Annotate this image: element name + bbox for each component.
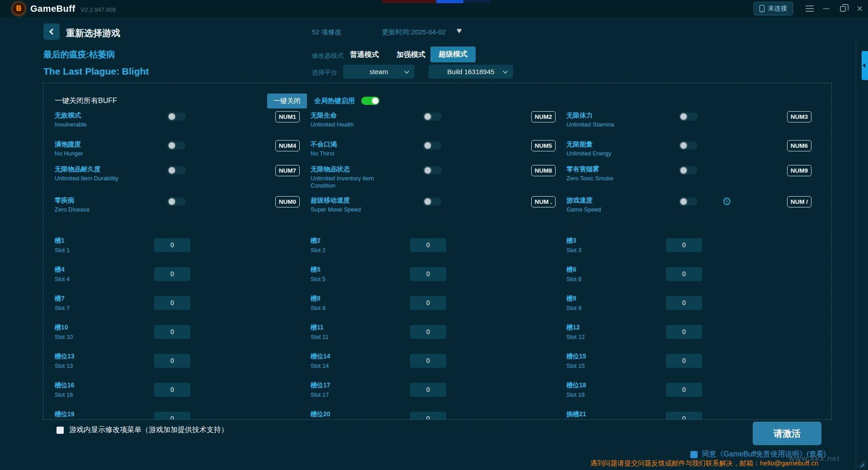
build-value: Build 16318945 — [447, 68, 494, 75]
phone-icon — [760, 5, 764, 12]
slot-value-input[interactable] — [666, 354, 702, 368]
slot-name-en: Slot 11 — [311, 334, 410, 340]
slot-value-input[interactable] — [410, 354, 446, 368]
cheat-toggle[interactable] — [424, 197, 442, 206]
mode-option-enhanced[interactable]: 加强模式 — [396, 50, 425, 60]
cheat-toggle[interactable] — [168, 166, 186, 174]
cheat-item: 无限物品状态 Unlimited Inventory Item Conditio… — [311, 165, 566, 196]
close-all-button[interactable]: 一键关闭 — [267, 94, 307, 108]
resize-handle-icon[interactable] — [858, 461, 864, 467]
cheat-name-cn: 无限物品耐久度 — [55, 165, 168, 174]
slot-labels: 槽位18 Slot 18 — [566, 381, 666, 398]
cheat-toggle[interactable] — [679, 141, 698, 150]
cheat-name-cn: 无限物品状态 — [311, 165, 424, 174]
mode-option-normal[interactable]: 普通模式 — [350, 50, 379, 60]
slot-value-input[interactable] — [410, 296, 446, 310]
mode-option-super-selected[interactable]: 超级模式 — [430, 47, 476, 62]
slot-value-input[interactable] — [410, 238, 446, 252]
slot-value-input[interactable] — [666, 412, 702, 420]
slot-value-input[interactable] — [666, 383, 702, 397]
slot-item: 槽9 Slot 9 — [566, 288, 822, 317]
slot-value-input[interactable] — [666, 238, 702, 252]
cheat-name-en: Unlimited Energy — [566, 150, 652, 157]
hotkey-badge: NUM8 — [531, 165, 556, 176]
minimize-button[interactable]: ─ — [818, 0, 835, 17]
cheat-toggle[interactable] — [424, 113, 442, 121]
slot-value-input[interactable] — [154, 267, 190, 281]
gear-icon[interactable]: ⚙ — [722, 195, 732, 208]
activate-button[interactable]: 请激活 — [753, 422, 821, 445]
favorite-heart-icon[interactable]: ♥ — [457, 26, 462, 36]
cheat-name-cn: 满饱腹度 — [55, 140, 168, 149]
hotkey-badge: NUM7 — [275, 165, 300, 176]
cheat-item: 零疾病 Zero Disease ⚙ NUM0 — [55, 196, 311, 226]
back-button[interactable] — [43, 24, 60, 40]
cheat-labels: 无限体力 Unlimited Stamina — [566, 111, 679, 128]
slot-item: 槽位20 Slot 20 — [311, 404, 566, 420]
side-panel-tab[interactable] — [862, 51, 868, 80]
top-strip-mark — [382, 0, 409, 3]
cheat-item: 满饱腹度 No Hunger ⚙ NUM4 — [55, 140, 311, 165]
cheat-toggle[interactable] — [168, 113, 186, 121]
global-hotkey-label: 全局热键启用 — [314, 97, 355, 105]
cheat-toggle[interactable] — [168, 197, 186, 206]
build-dropdown[interactable]: Build 16318945 — [429, 65, 513, 79]
checkbox-checked-icon[interactable]: ✓ — [690, 451, 698, 458]
platform-dropdown[interactable]: steam — [343, 65, 415, 79]
slot-name-cn: 槽位14 — [311, 352, 410, 361]
slot-value-input[interactable] — [666, 296, 702, 310]
slot-name-cn: 槽7 — [55, 295, 154, 303]
slot-labels: 槽5 Slot 5 — [311, 266, 410, 282]
cheat-toggle[interactable] — [679, 113, 698, 121]
slot-value-input[interactable] — [410, 267, 446, 281]
slot-value-input[interactable] — [410, 325, 446, 339]
cheat-name-cn: 不会口渴 — [311, 140, 424, 149]
app-version: V2.2.947.909 — [81, 6, 116, 13]
close-button[interactable]: × — [851, 0, 868, 17]
cheat-labels: 满饱腹度 No Hunger — [55, 140, 168, 157]
panel-header: 一键关闭所有BUFF 一键关闭 全局热键启用 — [55, 90, 822, 111]
slot-name-cn: 插槽21 — [566, 410, 666, 418]
global-hotkey-toggle[interactable] — [361, 97, 379, 105]
cheat-toggle[interactable] — [168, 141, 186, 150]
slot-value-input[interactable] — [666, 325, 702, 339]
slot-value-input[interactable] — [410, 412, 446, 420]
cheat-toggle[interactable] — [679, 166, 698, 174]
cheat-toggle[interactable] — [424, 141, 442, 150]
contact-info: 遇到问题请提交问题反馈或邮件与我们联系解决，邮箱：hello@gamebuff.… — [590, 459, 818, 468]
slot-value-input[interactable] — [154, 325, 190, 339]
ingame-menu-option[interactable]: 游戏内显示修改项菜单（游戏加加提供技术支持） — [57, 425, 228, 435]
update-time: 更新时间:2025-04-02 — [382, 28, 446, 37]
cheat-name-cn: 无限能量 — [566, 140, 679, 149]
top-strip-mark — [436, 0, 463, 3]
slot-value-input[interactable] — [154, 412, 190, 420]
menu-button[interactable] — [801, 0, 818, 17]
hotkey-badge: NUM4 — [275, 140, 300, 151]
slot-value-input[interactable] — [666, 267, 702, 281]
slot-value-input[interactable] — [154, 383, 190, 397]
slot-value-input[interactable] — [154, 238, 190, 252]
cheat-toggle[interactable] — [424, 166, 442, 174]
connection-label: 未连接 — [768, 5, 787, 13]
cheat-labels: 无敌模式 Invulnerable — [55, 111, 168, 128]
slot-item: 槽11 Slot 11 — [311, 317, 566, 346]
checkbox-unchecked-icon[interactable] — [57, 427, 64, 434]
chevron-down-icon — [404, 68, 409, 73]
slot-value-input[interactable] — [154, 296, 190, 310]
slot-grid: 槽1 Slot 1 槽2 Slot 2 槽3 Slot 3 槽4 Slot 4 … — [55, 230, 822, 420]
slot-name-cn: 槽2 — [311, 237, 410, 245]
cheat-labels: 零有害烟雾 Zero Toxic Smoke — [566, 165, 679, 182]
slot-item: 槽位16 Slot 16 — [55, 375, 311, 404]
slot-value-input[interactable] — [154, 354, 190, 368]
cheat-toggle[interactable] — [679, 197, 698, 206]
connection-status-button[interactable]: 未连接 — [754, 2, 793, 15]
maximize-button[interactable] — [835, 0, 851, 17]
cheat-labels: 游戏速度 Game Speed — [566, 196, 679, 213]
slot-name-cn: 槽5 — [311, 266, 410, 274]
app-name: GameBuff — [30, 4, 75, 14]
slot-name-en: Slot 18 — [566, 391, 666, 398]
slot-name-en: Slot 13 — [55, 362, 154, 369]
hotkey-badge: NUM . — [531, 196, 556, 207]
slot-value-input[interactable] — [410, 383, 446, 397]
slot-name-cn: 槽1 — [55, 237, 154, 245]
